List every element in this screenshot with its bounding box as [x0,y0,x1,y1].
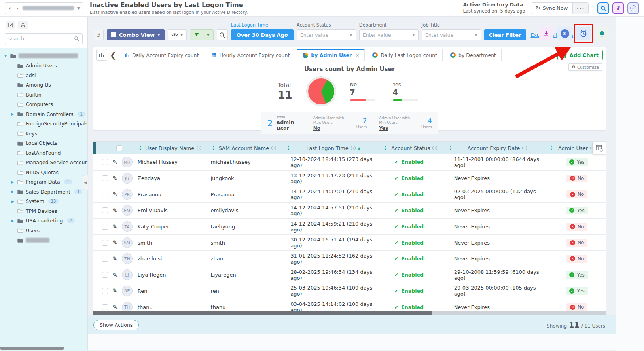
forward-icon[interactable]: › [15,5,19,12]
schedule-alert-button[interactable] [576,27,591,40]
sync-more-button[interactable]: ••• [572,3,588,14]
ou-tree-button[interactable] [18,21,28,29]
col-account-status[interactable]: Account Status [391,145,430,151]
horizontal-scrollbar[interactable] [93,311,606,315]
sidebar-collapse-handle[interactable]: ◀ [83,175,88,190]
expand-arrow-icon[interactable]: ▶ [10,112,15,116]
clear-filter-button[interactable]: Clear Filter [484,29,526,40]
combo-view-dropdown[interactable]: Combo View ▼ [107,29,165,40]
tree-item[interactable]: Managed Service Accounts [2,158,87,168]
table-row[interactable]: ✎ ZH zhae lu si zhao 31-01-2025 11:24:52… [93,251,606,267]
expand-arrow-icon[interactable]: ▶ [10,190,15,194]
table-row[interactable]: ✎ SM smith smith 30-12-2024 16:51:41 (19… [93,235,606,251]
chart-tab[interactable]: Daily Account Expiry count [119,49,205,61]
feedback-button[interactable]: ✉ [557,27,572,40]
expand-arrow-icon[interactable]: ▶ [10,199,15,203]
edit-icon[interactable]: ✎ [112,271,117,279]
show-actions-button[interactable]: Show Actions [93,320,139,330]
edit-icon[interactable]: ✎ [112,239,117,246]
pie-chart[interactable] [307,77,336,106]
table-row[interactable]: ✎ MH Michael Hussey michael.hussey 12-10… [93,154,606,171]
help-button[interactable]: ? [612,2,624,14]
audit-button[interactable]: ✓ [627,2,639,14]
tree-item[interactable]: TPM Devices [2,206,87,216]
tree-item[interactable]: ▶ USA marketing 2 [2,216,87,226]
table-row[interactable]: ✎ TA Katy Cooper taehyung 14-12-2024 14:… [93,219,606,235]
edit-icon[interactable]: ✎ [112,175,117,182]
edit-icon[interactable]: ✎ [112,207,117,214]
sidebar-scrollbar[interactable] [0,347,64,350]
tree-item[interactable]: NTDS Quotas [2,167,87,177]
filter-button[interactable]: ▼ [190,29,214,40]
tree-item[interactable]: ForeignSecurityPrincipals [2,119,87,129]
add-chart-button[interactable]: Add Chart [557,50,603,60]
column-drag-icon[interactable]: ⋮ [383,145,388,151]
row-checkbox[interactable] [102,192,108,197]
customize-button[interactable]: ⚙ Customize [568,63,602,71]
tree-item[interactable]: Computers [2,100,87,110]
row-checkbox[interactable] [102,207,108,213]
scrollbar-thumb[interactable] [93,311,432,315]
chart-tab[interactable]: by Department [445,49,502,61]
row-checkbox[interactable] [102,256,108,262]
select-all-checkbox[interactable] [116,145,122,151]
row-checkbox[interactable] [102,240,108,246]
row-checkbox[interactable] [102,288,108,294]
table-search-button[interactable] [217,29,228,40]
edit-icon[interactable]: ✎ [112,191,117,198]
row-checkbox[interactable] [102,272,108,278]
column-chooser-button[interactable] [592,142,606,154]
col-sam-account-name[interactable]: SAM Account Name [219,145,269,151]
tree-item[interactable]: LostAndFound [2,148,87,158]
min-user-link[interactable]: Yes [379,125,418,131]
sort-asc-icon[interactable]: ▲ [358,146,360,150]
row-checkbox[interactable] [102,159,108,165]
account-status-select[interactable]: Enter value▼ [297,29,356,40]
table-row[interactable]: ✎ RE Ren ren 25-03-2025 19:46:34 (109 da… [93,283,606,300]
col-user-display-name[interactable]: User Display Name [145,145,194,151]
column-drag-icon[interactable]: ⋮ [549,145,554,151]
export-report-button[interactable] [539,27,553,40]
chart-type-button[interactable] [96,49,107,61]
global-search-button[interactable] [597,2,609,14]
reset-view-button[interactable]: ↺ [93,30,104,40]
chevron-down-icon[interactable]: ▼ [77,6,80,10]
tree-item[interactable]: Builtin [2,90,87,100]
edit-icon[interactable]: ✎ [112,304,117,311]
back-icon[interactable]: ‹ [8,5,12,12]
chart-tab[interactable]: Hourly Account Expiry count [206,49,295,61]
edit-icon[interactable]: ✎ [112,159,117,166]
tabs-scroll-left-icon[interactable]: ❮ [110,49,116,61]
tree-item[interactable]: ▼ [2,51,87,61]
tree-item[interactable]: LocalObjects [2,139,87,148]
row-checkbox[interactable] [102,224,108,230]
close-icon[interactable]: × [355,53,359,58]
column-drag-icon[interactable]: ⋮ [286,145,291,151]
tree-item[interactable]: Keys [2,129,87,139]
expand-arrow-icon[interactable]: ▶ [10,219,15,223]
edit-icon[interactable]: ✎ [112,255,117,262]
sidebar-search-input[interactable] [8,36,74,42]
chart-tab[interactable]: by Admin User × [297,49,365,61]
table-row[interactable]: ✎ PR Prasanna Prasanna 14-12-2024 14:37:… [93,186,606,203]
domain-switcher[interactable]: ‹ › ▼ [5,2,83,14]
tree-item[interactable]: ▶ Sales Department 1 [2,187,87,197]
job-title-select[interactable]: Enter value▼ [422,29,481,40]
tree-item[interactable]: ▶ Program Data 1 [2,177,87,187]
multi-select-button[interactable] [6,21,15,29]
tree-item[interactable]: ▶ System 13 [2,197,87,207]
col-last-logon-time[interactable]: Last Logon Time [306,145,349,151]
sidebar-search[interactable] [5,33,83,44]
col-account-expiry-date[interactable]: Account Expiry Date [468,145,520,151]
column-drag-icon[interactable]: ⋮ [211,145,216,151]
expand-arrow-icon[interactable]: ▼ [3,54,8,58]
chart-tab[interactable]: Daily Last Logon count [367,49,443,61]
tree-item[interactable]: adsi [2,70,87,80]
last-logon-filter-value[interactable]: Over 30 Days Ago [231,29,294,40]
row-checkbox[interactable] [102,175,108,181]
table-row[interactable]: ✎ LI Liya Regen Liyaregen 28-02-2025 19:… [93,267,606,283]
table-row[interactable]: ✎ JU Zendaya jungkook 13-12-2024 13:47:2… [93,171,606,187]
max-user-link[interactable]: No [313,125,353,131]
tree-item[interactable]: ▶ Domain Controllers 1 [2,109,87,119]
edit-icon[interactable]: ✎ [112,223,117,230]
